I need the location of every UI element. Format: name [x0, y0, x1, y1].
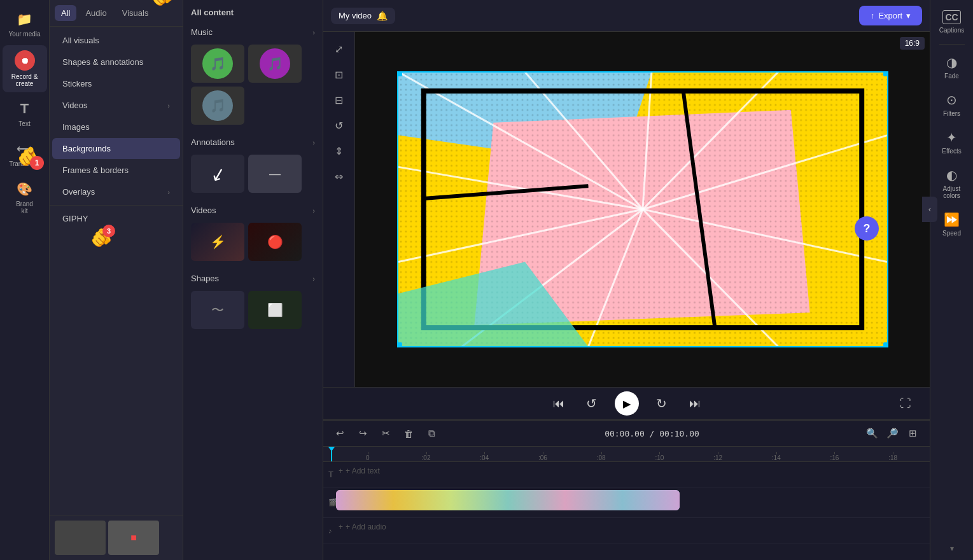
- help-button[interactable]: ?: [855, 216, 879, 241]
- section-videos: Videos › ⚡ 🔴: [183, 200, 323, 266]
- right-sidebar-item-filters[interactable]: ⊙ Filters: [933, 87, 971, 122]
- video-thumb-2[interactable]: 🔴: [248, 223, 302, 261]
- section-shapes-header[interactable]: Shapes ›: [183, 269, 323, 288]
- collapse-panel-button[interactable]: ‹: [922, 197, 937, 222]
- sidebar-item-transitions[interactable]: ⟷ Transitions: [3, 135, 47, 172]
- ruler-mark-8: :16: [806, 454, 864, 461]
- cut-button[interactable]: ✂: [377, 424, 395, 442]
- video-track-content[interactable]: [331, 487, 930, 517]
- tab-audio[interactable]: Audio: [79, 5, 113, 21]
- export-button[interactable]: ↑ Export ▾: [859, 6, 922, 25]
- right-sidebar-divider-1: [939, 44, 965, 45]
- audio-track-icon: ♪: [323, 527, 331, 535]
- fit-btn[interactable]: ⊟: [327, 88, 351, 112]
- expand-btn[interactable]: ⤢: [327, 37, 351, 61]
- save-icon: 🔔: [377, 11, 388, 21]
- timeline-toolbar: ↩ ↪ ✂ 🗑 ⧉ 00:00.00 / 00:10.00 🔍 🔎 ⊞: [323, 421, 930, 447]
- section-videos-header[interactable]: Videos ›: [183, 200, 323, 220]
- sidebar-item-record[interactable]: ⏺ Record &create: [3, 45, 47, 92]
- menu-item-backgrounds[interactable]: Backgrounds: [52, 138, 180, 159]
- right-sidebar-collapse[interactable]: ▾: [942, 542, 962, 555]
- tab-visuals[interactable]: Visuals 🫵 2: [116, 5, 155, 21]
- shape-thumb-2[interactable]: ⬜: [248, 291, 302, 329]
- section-music-arrow: ›: [312, 29, 315, 36]
- menu-item-overlays[interactable]: Overlays ›: [52, 181, 180, 202]
- right-sidebar-item-speed[interactable]: ⏩ Speed: [933, 207, 971, 242]
- section-shapes-thumbnails: 〜 ⬜: [183, 288, 323, 334]
- fit-timeline-button[interactable]: ⊞: [904, 424, 922, 442]
- text-track-row: T + + Add text: [323, 462, 930, 487]
- redo-button[interactable]: ↪: [354, 424, 372, 442]
- menu-item-giphy[interactable]: GIPHY 🫵 3: [52, 208, 180, 229]
- frame-handle-tl[interactable]: [397, 71, 402, 76]
- right-sidebar: CC Captions ◑ Fade ⊙ Filters ✦ Effects ◐…: [930, 0, 973, 560]
- right-sidebar-item-captions[interactable]: CC Captions: [933, 5, 971, 39]
- annotation-thumb-1[interactable]: ↙: [191, 155, 244, 193]
- music-thumb-2[interactable]: 🎵: [248, 45, 302, 83]
- menu-item-shapes-annotations[interactable]: Shapes & annotations: [52, 52, 180, 73]
- sidebar-label-brand-kit: Brandkit: [16, 200, 33, 214]
- fullscreen-button[interactable]: ⛶: [895, 393, 916, 414]
- add-text-hint[interactable]: + + Add text: [331, 462, 930, 480]
- menu-divider: [50, 205, 183, 206]
- menu-item-frames-borders[interactable]: Frames & borders: [52, 160, 180, 181]
- skip-back-button[interactable]: ⏮: [549, 393, 569, 414]
- video-frame[interactable]: [397, 71, 888, 347]
- rotate-btn[interactable]: ↺: [327, 113, 351, 137]
- undo-button[interactable]: ↩: [331, 424, 349, 442]
- forward-button[interactable]: ↻: [652, 393, 672, 414]
- text-track-content[interactable]: + + Add text: [331, 462, 930, 487]
- zoom-in-button[interactable]: 🔎: [884, 424, 902, 442]
- skip-forward-button[interactable]: ⏭: [685, 393, 705, 414]
- section-shapes-arrow: ›: [312, 275, 315, 283]
- adjust-colors-icon: ◐: [946, 167, 957, 183]
- aspect-ratio-badge[interactable]: 16:9: [900, 37, 925, 50]
- duplicate-button[interactable]: ⧉: [423, 424, 440, 442]
- video-clip[interactable]: [336, 490, 680, 510]
- right-sidebar-item-effects[interactable]: ✦ Effects: [933, 125, 971, 160]
- music-thumb-1[interactable]: 🎵: [191, 45, 244, 83]
- music-thumb-3[interactable]: 🎵: [191, 87, 244, 125]
- speed-icon: ⏩: [944, 212, 960, 227]
- delete-button[interactable]: 🗑: [400, 424, 417, 442]
- export-icon: ↑: [871, 11, 875, 20]
- frame-handle-bl[interactable]: [397, 342, 402, 347]
- menu-item-images[interactable]: Images: [52, 116, 180, 137]
- menu-item-all-visuals[interactable]: All visuals: [52, 30, 180, 51]
- music-icon-3: 🎵: [202, 90, 233, 121]
- play-button[interactable]: ▶: [615, 391, 639, 416]
- sidebar-item-your-media[interactable]: 📁 Your media: [3, 5, 47, 43]
- toolbar-strip: ⤢ ⊡ ⊟ ↺ ⇕ ⇔: [323, 32, 355, 387]
- video-thumb-1[interactable]: ⚡: [191, 223, 244, 261]
- tab-all[interactable]: All: [55, 5, 76, 21]
- playhead[interactable]: [331, 447, 332, 461]
- right-sidebar-item-fade[interactable]: ◑ Fade: [933, 50, 971, 85]
- frame-handle-tr[interactable]: [883, 71, 888, 76]
- zoom-out-button[interactable]: 🔍: [864, 424, 881, 442]
- section-videos-label: Videos: [191, 206, 216, 215]
- section-annotations-arrow: ›: [312, 139, 315, 146]
- sidebar-item-text[interactable]: T Text: [3, 95, 47, 132]
- content-panel: All content Music › 🎵 🎵 🎵 Annotations ›: [183, 0, 323, 560]
- section-music-header[interactable]: Music ›: [183, 22, 323, 42]
- video-canvas-area: 16:9 ‹ ?: [355, 32, 930, 387]
- flip-v-btn[interactable]: ⇕: [327, 139, 351, 163]
- section-annotations-header[interactable]: Annotations ›: [183, 132, 323, 152]
- frame-handle-br[interactable]: [883, 342, 888, 347]
- flip-h-btn[interactable]: ⇔: [327, 164, 351, 188]
- crop-btn[interactable]: ⊡: [327, 62, 351, 87]
- sidebar-item-brand-kit[interactable]: 🎨 Brandkit: [3, 175, 47, 220]
- rewind-button[interactable]: ↺: [582, 393, 602, 414]
- video-title-tab[interactable]: My video 🔔: [331, 8, 395, 24]
- section-shapes-label: Shapes: [191, 274, 219, 283]
- menu-item-videos[interactable]: Videos ›: [52, 95, 180, 116]
- audio-track-content[interactable]: + + Add audio: [331, 518, 930, 543]
- section-annotations-thumbnails: ↙ —: [183, 152, 323, 198]
- right-sidebar-item-adjust-colors[interactable]: ◐ Adjustcolors: [933, 162, 971, 204]
- menu-item-stickers[interactable]: Stickers: [52, 73, 180, 94]
- annotation-thumb-2[interactable]: —: [248, 155, 302, 193]
- shape-thumb-1[interactable]: 〜: [191, 291, 244, 329]
- add-audio-hint[interactable]: + + Add audio: [331, 518, 930, 536]
- music-icon-2: 🎵: [260, 48, 290, 79]
- sidebar-label-text: Text: [18, 120, 30, 127]
